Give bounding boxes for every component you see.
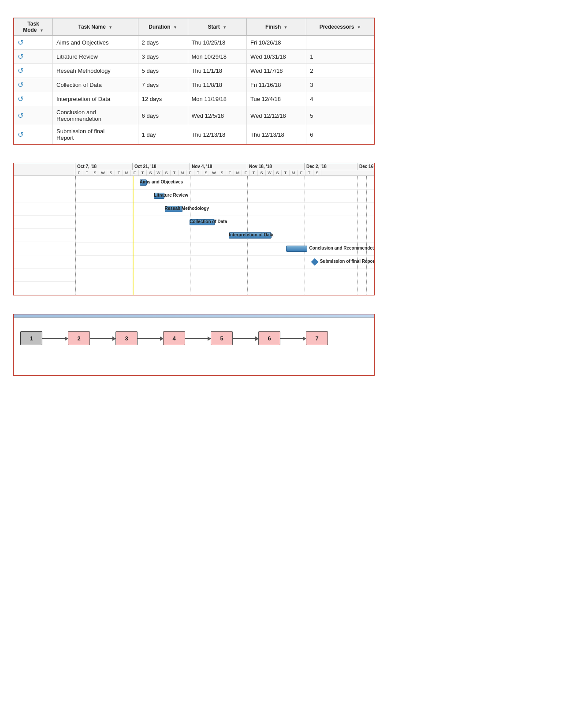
gantt-week-cell: Dec 16, '18 <box>357 163 374 170</box>
task-pred-cell: 1 <box>306 50 374 64</box>
gantt-day-cell: W <box>155 170 163 175</box>
dep-arrow <box>90 338 115 339</box>
dep-node: 6 <box>258 331 280 345</box>
task-duration-cell: 3 days <box>138 50 188 64</box>
gantt-week-cell: Nov 18, '18 <box>247 163 305 170</box>
dep-node: 2 <box>68 331 90 345</box>
task-start-cell: Thu 12/13/18 <box>188 125 247 144</box>
task-mode-cell: ↺ <box>14 92 53 106</box>
task-duration-cell: 5 days <box>138 64 188 78</box>
gantt-day-cell: T <box>305 170 313 175</box>
gantt-day-cell: T <box>226 170 234 175</box>
task-mode-cell: ↺ <box>14 36 53 50</box>
dep-nodes-area: 1234567 <box>14 318 374 376</box>
table-row: ↺Reseah Methodology5 daysThu 11/1/18Wed … <box>14 64 374 78</box>
gantt-body: Aims and ObjectivesLitrature ReviewResea… <box>14 176 374 295</box>
task-duration-cell: 1 day <box>138 125 188 144</box>
gantt-week-cell: Dec 2, '18 <box>305 163 357 170</box>
task-start-cell: Wed 12/5/18 <box>188 106 247 125</box>
gantt-bar-wrapper: Aims and Objectives <box>75 176 374 189</box>
gantt-bar-wrapper: Interpretetion of Data <box>75 229 374 242</box>
dependency-chart: 1234567 <box>13 314 375 376</box>
task-finish-cell: Tue 12/4/18 <box>247 92 306 106</box>
task-mode-cell: ↺ <box>14 106 53 125</box>
gantt-day-cell: F <box>131 170 139 175</box>
gantt-day-cell: T <box>115 170 123 175</box>
table-row: ↺Conclusion andRecommendetion6 daysWed 1… <box>14 106 374 125</box>
col-header-predecessors[interactable]: Predecessors ▼ <box>306 19 374 36</box>
gantt-day-cell: S <box>274 170 282 175</box>
col-header-task-name[interactable]: Task Name ▼ <box>53 19 138 36</box>
gantt-day-cell: S <box>107 170 115 175</box>
task-mode-icon: ↺ <box>18 95 49 103</box>
gantt-day-cell: S <box>202 170 210 175</box>
gantt-bar-label: Interpretetion of Data <box>229 232 273 237</box>
dep-node: 7 <box>306 331 328 345</box>
gantt-day-cell: T <box>250 170 258 175</box>
col-header-finish[interactable]: Finish ▼ <box>247 19 306 36</box>
gantt-day-cell: S <box>91 170 99 175</box>
col-header-start[interactable]: Start ▼ <box>188 19 247 36</box>
col-header-task-mode[interactable]: TaskMode ▼ <box>14 19 53 36</box>
task-mode-icon: ↺ <box>18 52 49 61</box>
task-duration-cell: 6 days <box>138 106 188 125</box>
gantt-bar-label: Conclusion and Recommendetion <box>309 246 375 250</box>
gantt-day-cell: M <box>123 170 131 175</box>
gantt-day-cell: T <box>83 170 91 175</box>
gantt-week-cell: Nov 4, '18 <box>190 163 247 170</box>
gantt-task-name-row <box>14 255 75 269</box>
task-pred-cell: 3 <box>306 78 374 92</box>
dep-arrow <box>138 338 163 339</box>
gantt-day-cell: F <box>298 170 305 175</box>
task-mode-icon: ↺ <box>18 81 49 89</box>
task-mode-cell: ↺ <box>14 78 53 92</box>
gantt-day-cell: F <box>242 170 250 175</box>
gantt-day-cell: T <box>139 170 147 175</box>
dep-arrow <box>233 338 258 339</box>
task-mode-icon: ↺ <box>18 131 49 139</box>
col-header-duration[interactable]: Duration ▼ <box>138 19 188 36</box>
gantt-bar-wrapper: Litrature Review <box>75 189 374 202</box>
gantt-task-name-row <box>14 189 75 202</box>
task-mode-cell: ↺ <box>14 64 53 78</box>
gantt-day-cell: S <box>218 170 226 175</box>
task-start-cell: Mon 11/19/18 <box>188 92 247 106</box>
gantt-header: Oct 7, '18Oct 21, '18Nov 4, '18Nov 18, '… <box>14 163 374 176</box>
table-row: ↺Submission of finalReport1 dayThu 12/13… <box>14 125 374 144</box>
gantt-bar-wrapper: Collection of Data <box>75 216 374 229</box>
gantt-day-cell: T <box>282 170 290 175</box>
task-mode-icon: ↺ <box>18 67 49 75</box>
table-row: ↺Aims and Objectives2 daysThu 10/25/18Fr… <box>14 36 374 50</box>
gantt-bar-label: Submission of final Report <box>320 259 374 264</box>
gantt-task-name-row <box>14 216 75 229</box>
dep-node: 3 <box>115 331 138 345</box>
gantt-day-cell: T <box>171 170 179 175</box>
task-finish-cell: Wed 11/7/18 <box>247 64 306 78</box>
table-row: ↺Interpretetion of Data12 daysMon 11/19/… <box>14 92 374 106</box>
gantt-bar-label: Aims and Objectives <box>140 179 183 184</box>
gantt-bar-wrapper: Submission of final Report <box>75 255 374 269</box>
task-name-cell: Conclusion andRecommendetion <box>53 106 138 125</box>
gantt-day-cell: M <box>234 170 242 175</box>
task-mode-icon: ↺ <box>18 112 49 120</box>
task-finish-cell: Fri 11/16/18 <box>247 78 306 92</box>
task-pred-cell <box>306 36 374 50</box>
dep-top-bar <box>14 314 374 318</box>
task-finish-cell: Thu 12/13/18 <box>247 125 306 144</box>
dep-node: 4 <box>163 331 185 345</box>
table-row: ↺Litrature Review3 daysMon 10/29/18Wed 1… <box>14 50 374 64</box>
dep-arrow <box>185 338 211 339</box>
gantt-task-name-row <box>14 242 75 255</box>
gantt-day-cell: W <box>210 170 218 175</box>
task-finish-cell: Wed 12/12/18 <box>247 106 306 125</box>
gantt-task-name-row <box>14 176 75 189</box>
task-name-cell: Aims and Objectives <box>53 36 138 50</box>
dep-arrow <box>42 338 68 339</box>
gantt-day-cell: W <box>99 170 107 175</box>
task-duration-cell: 7 days <box>138 78 188 92</box>
task-mode-cell: ↺ <box>14 50 53 64</box>
task-pred-cell: 6 <box>306 125 374 144</box>
table-row: ↺Collection of Data7 daysThu 11/8/18Fri … <box>14 78 374 92</box>
gantt-day-cell: T <box>194 170 202 175</box>
task-mode-cell: ↺ <box>14 125 53 144</box>
